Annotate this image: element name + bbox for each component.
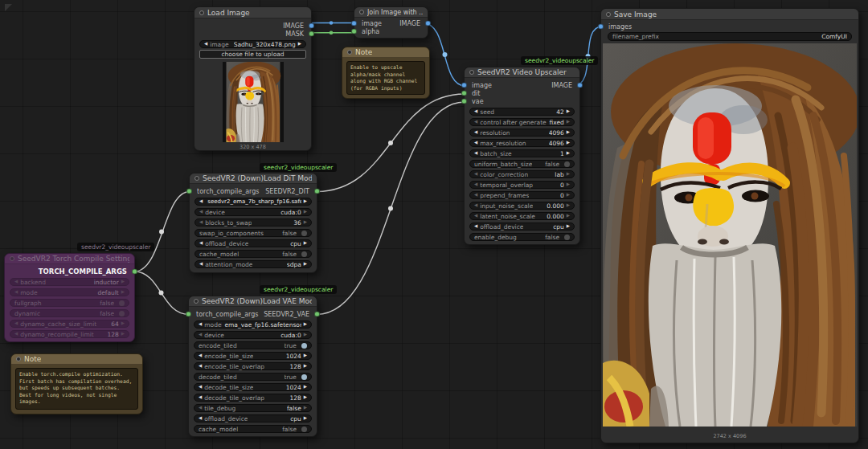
widget-encode-tiled[interactable]: encode_tiledtrue <box>194 341 312 349</box>
next-arrow-icon[interactable]: ▶ <box>567 214 570 218</box>
output-port-image[interactable] <box>309 23 314 29</box>
prev-arrow-icon[interactable]: ◀ <box>474 130 477 135</box>
next-arrow-icon[interactable]: ▶ <box>567 182 570 187</box>
output-port-image[interactable] <box>425 21 431 27</box>
widget-batch-size[interactable]: ◀batch_size1▶ <box>469 149 575 157</box>
collapse-dot-icon[interactable] <box>347 50 352 55</box>
widget-vae-model[interactable]: ◀modelema_vae_fp16.safetensors▶ <box>194 320 312 329</box>
widget-device[interactable]: ◀devicecuda:0▶ <box>194 208 312 216</box>
output-port-torch-compile-args[interactable] <box>132 269 137 275</box>
widget-latent-noise-scale[interactable]: ◀latent_noise_scale0.000▶ <box>469 212 575 220</box>
prev-arrow-icon[interactable]: ◀ <box>199 416 202 421</box>
prev-arrow-icon[interactable]: ◀ <box>474 109 477 114</box>
toggle-knob-icon[interactable] <box>301 427 307 432</box>
prev-arrow-icon[interactable]: ◀ <box>199 241 203 246</box>
collapse-dot-icon[interactable] <box>16 357 21 361</box>
input-port-dit[interactable] <box>461 91 467 96</box>
collapse-dot-icon[interactable] <box>469 70 474 75</box>
next-arrow-icon[interactable]: ▶ <box>304 322 307 327</box>
note-text[interactable]: Enable to upscale alpha/mask channel alo… <box>346 61 425 95</box>
prev-arrow-icon[interactable]: ◀ <box>199 220 203 225</box>
next-arrow-icon[interactable]: ▶ <box>121 280 125 284</box>
widget-encode-tile-size[interactable]: ◀encode_tile_size1024▶ <box>194 352 312 360</box>
prev-arrow-icon[interactable]: ◀ <box>199 199 203 204</box>
widget-cache-model[interactable]: cache_modelfalse <box>194 425 312 433</box>
collapse-dot-icon[interactable] <box>10 256 14 261</box>
widget-resolution[interactable]: ◀resolution4096▶ <box>469 129 575 137</box>
next-arrow-icon[interactable]: ▶ <box>304 241 307 246</box>
widget-mode[interactable]: ◀modedefault▶ <box>10 288 129 296</box>
toggle-knob-icon[interactable] <box>564 235 570 240</box>
node-torch-compile-settings[interactable]: SeedVR2 Torch Compile Settings TORCH_COM… <box>4 253 135 342</box>
widget-decode-tile-overlap[interactable]: ◀decode_tile_overlap128▶ <box>194 394 312 402</box>
input-port-image[interactable] <box>461 83 467 88</box>
node-graph-canvas[interactable]: Load Image IMAGE MASK ◀ image Sadhu_320x… <box>0 0 868 449</box>
prev-arrow-icon[interactable]: ◀ <box>199 210 203 214</box>
widget-device[interactable]: ◀devicecuda:0▶ <box>194 331 312 339</box>
prev-arrow-icon[interactable]: ◀ <box>474 224 477 229</box>
prev-arrow-icon[interactable]: ◀ <box>14 321 18 326</box>
widget-offload-device[interactable]: ◀offload_devicecpu▶ <box>194 239 312 247</box>
next-arrow-icon[interactable]: ▶ <box>304 395 307 400</box>
prev-arrow-icon[interactable]: ◀ <box>14 332 18 337</box>
widget-control-after-generate[interactable]: ◀control after generatefixed▶ <box>469 118 575 126</box>
prev-arrow-icon[interactable]: ◀ <box>204 42 207 47</box>
input-port-torch-compile-args[interactable] <box>186 189 192 194</box>
widget-blocks-to-swap[interactable]: ◀blocks_to_swap36▶ <box>194 218 312 227</box>
output-port-seedvr2-dit[interactable] <box>314 189 320 194</box>
widget-color-correction[interactable]: ◀color_correctionlab▶ <box>469 170 575 178</box>
node-header[interactable]: SeedVR2 Video Upscaler <box>465 67 579 78</box>
widget-filename-prefix[interactable]: filename_prefix ComfyUI <box>608 32 852 41</box>
widget-attention-mode[interactable]: ◀attention_modesdpa▶ <box>194 260 312 268</box>
widget-image-file[interactable]: ◀ image Sadhu_320x478.png ▶ <box>199 40 306 48</box>
next-arrow-icon[interactable]: ▶ <box>304 199 307 204</box>
widget-encode-tile-overlap[interactable]: ◀encode_tile_overlap128▶ <box>194 362 312 370</box>
next-arrow-icon[interactable]: ▶ <box>567 109 570 114</box>
output-port-seedvr2-vae[interactable] <box>314 312 320 317</box>
node-join-image[interactable]: Join Image with ... image IMAGE alpha <box>354 6 428 39</box>
node-header[interactable]: Save Image <box>601 9 858 20</box>
next-arrow-icon[interactable]: ▶ <box>298 42 301 47</box>
widget-dynamo-cache-size-limit[interactable]: ◀dynamo_cache_size_limit64▶ <box>10 320 129 328</box>
prev-arrow-icon[interactable]: ◀ <box>199 353 202 358</box>
prev-arrow-icon[interactable]: ◀ <box>474 203 477 208</box>
next-arrow-icon[interactable]: ▶ <box>304 416 307 421</box>
prev-arrow-icon[interactable]: ◀ <box>199 385 202 390</box>
next-arrow-icon[interactable]: ▶ <box>304 220 307 225</box>
next-arrow-icon[interactable]: ▶ <box>304 333 307 337</box>
prev-arrow-icon[interactable]: ◀ <box>199 333 202 337</box>
prev-arrow-icon[interactable]: ◀ <box>199 262 203 267</box>
next-arrow-icon[interactable]: ▶ <box>567 203 570 208</box>
toggle-knob-icon[interactable] <box>301 251 307 257</box>
next-arrow-icon[interactable]: ▶ <box>304 385 307 390</box>
next-arrow-icon[interactable]: ▶ <box>121 332 125 337</box>
widget-uniform-batch-size[interactable]: uniform_batch_sizefalse <box>469 160 575 168</box>
prev-arrow-icon[interactable]: ◀ <box>474 120 477 124</box>
prev-arrow-icon[interactable]: ◀ <box>199 322 202 327</box>
widget-backend[interactable]: ◀backendinductor▶ <box>10 278 129 286</box>
prev-arrow-icon[interactable]: ◀ <box>14 280 18 284</box>
node-header[interactable]: Note <box>11 354 142 365</box>
widget-enable-debug[interactable]: enable_debugfalse <box>469 233 575 241</box>
prev-arrow-icon[interactable]: ◀ <box>14 290 18 295</box>
toggle-knob-icon[interactable] <box>119 300 125 306</box>
next-arrow-icon[interactable]: ▶ <box>304 353 307 358</box>
prev-arrow-icon[interactable]: ◀ <box>474 141 477 145</box>
node-seedvr2-dit-loader[interactable]: SeedVR2 (Down)Load DiT Model torch_compi… <box>189 173 317 273</box>
node-save-image[interactable]: Save Image images filename_prefix ComfyU… <box>600 8 859 443</box>
prev-arrow-icon[interactable]: ◀ <box>199 395 202 400</box>
collapse-dot-icon[interactable] <box>194 299 199 304</box>
widget-input-noise-scale[interactable]: ◀input_noise_scale0.000▶ <box>469 202 575 210</box>
widget-offload-device[interactable]: ◀offload_devicecpu▶ <box>194 414 312 422</box>
input-port-images[interactable] <box>598 24 604 30</box>
next-arrow-icon[interactable]: ▶ <box>304 364 307 369</box>
node-header[interactable]: Load Image <box>194 7 311 18</box>
node-header[interactable]: SeedVR2 Torch Compile Settings <box>5 254 134 264</box>
prev-arrow-icon[interactable]: ◀ <box>474 151 477 156</box>
node-note-alpha[interactable]: Note Enable to upscale alpha/mask channe… <box>342 47 430 99</box>
node-header[interactable]: Note <box>342 47 429 58</box>
next-arrow-icon[interactable]: ▶ <box>567 151 570 156</box>
collapse-dot-icon[interactable] <box>606 12 611 17</box>
node-seedvr2-vae-loader[interactable]: SeedVR2 (Down)Load VAE Model torch_compi… <box>188 296 317 437</box>
prev-arrow-icon[interactable]: ◀ <box>199 364 202 369</box>
